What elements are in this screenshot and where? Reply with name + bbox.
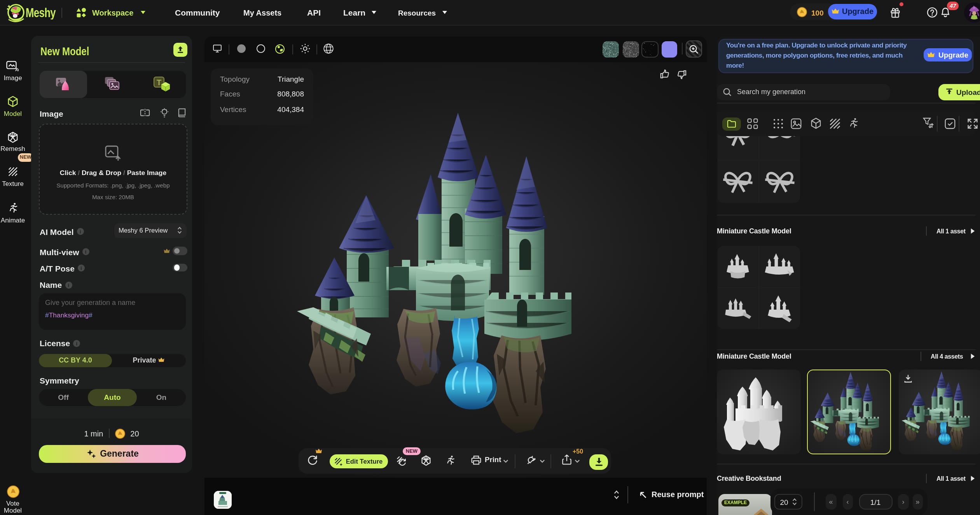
svg-text:AI: AI (15, 68, 19, 72)
svg-text:T: T (157, 78, 161, 87)
